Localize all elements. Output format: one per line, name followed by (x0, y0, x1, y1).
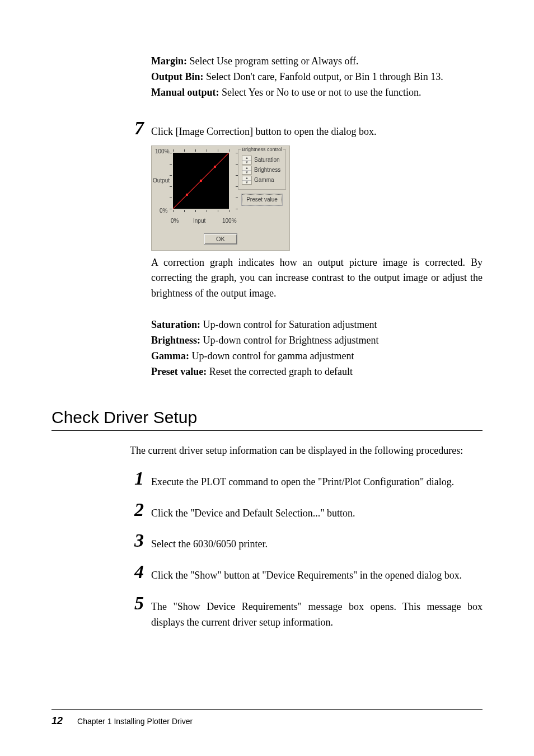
saturation-description: Saturation: Up-down control for Saturati… (151, 317, 483, 333)
x-axis-label: Input (193, 218, 205, 224)
svg-point-3 (214, 165, 216, 167)
section-heading-check-driver-setup: Check Driver Setup (51, 408, 483, 431)
step-7: 7 Click [Image Correction] button to ope… (134, 119, 483, 140)
margin-label: Margin: (151, 55, 187, 67)
graph-line-icon (173, 153, 229, 209)
x-axis-min-label: 0% (171, 218, 179, 224)
saturation-desc-text: Up-down control for Saturation adjustmen… (200, 319, 377, 330)
step-1-text: Execute the PLOT command to open the "Pr… (151, 469, 483, 490)
param-manual-output: Manual output: Select Yes or No to use o… (151, 85, 483, 101)
preset-description: Preset value: Reset the corrected graph … (151, 364, 483, 380)
brightness-spinner[interactable]: ▲▼ (242, 166, 252, 175)
brightness-control-group: Brightness control ▲▼ Saturation ▲▼ Brig… (236, 146, 289, 230)
output-bin-text: Select Don't care, Fanfold output, or Bi… (204, 71, 443, 82)
step-7-number: 7 (134, 119, 151, 138)
step-2-text: Click the "Device and Default Selection.… (151, 500, 483, 522)
brightness-control-legend: Brightness control (241, 147, 283, 152)
gamma-desc-label: Gamma: (151, 350, 189, 361)
gamma-label: Gamma (254, 177, 274, 183)
image-correction-dialog: 100% Output 0% 0% Input 100% (151, 145, 290, 251)
y-axis-max-label: 100% (155, 148, 170, 154)
brightness-label: Brightness (254, 167, 280, 173)
correction-graph[interactable]: 100% Output 0% 0% Input 100% (152, 146, 236, 230)
param-output-bin: Output Bin: Select Don't care, Fanfold o… (151, 69, 483, 85)
step-2: 2 Click the "Device and Default Selectio… (134, 500, 483, 522)
gamma-desc-text: Up-down control for gamma adjustment (189, 350, 354, 361)
page-number: 12 (51, 715, 63, 727)
step-3-text: Select the 6030/6050 printer. (151, 531, 483, 552)
chevron-down-icon[interactable]: ▼ (242, 161, 251, 165)
param-margin: Margin: Select Use program setting or Al… (151, 54, 483, 69)
step-5-number: 5 (134, 594, 151, 613)
step-7-text: Click [Image Correction] button to open … (151, 119, 483, 140)
brightness-desc-text: Up-down control for Brightness adjustmen… (200, 335, 378, 346)
chevron-down-icon[interactable]: ▼ (242, 171, 251, 175)
margin-text: Select Use program setting or Always off… (187, 55, 359, 67)
chevron-down-icon[interactable]: ▼ (242, 181, 251, 185)
saturation-spinner[interactable]: ▲▼ (242, 156, 252, 165)
page-footer: 12 Chapter 1 Installing Plotter Driver (51, 709, 483, 727)
gamma-control: ▲▼ Gamma (242, 176, 282, 185)
section-intro-text: The current driver setup information can… (130, 443, 483, 459)
saturation-control: ▲▼ Saturation (242, 156, 282, 165)
graph-plot-area[interactable] (173, 153, 229, 209)
correction-graph-description: A correction graph indicates how an outp… (151, 255, 483, 302)
y-axis-min-label: 0% (160, 208, 167, 214)
brightness-description: Brightness: Up-down control for Brightne… (151, 333, 483, 349)
manual-output-text: Select Yes or No to use or not to use th… (219, 87, 421, 98)
gamma-description: Gamma: Up-down control for gamma adjustm… (151, 349, 483, 364)
manual-output-label: Manual output: (151, 87, 219, 98)
step-5: 5 The "Show Device Requirements" message… (134, 594, 483, 631)
saturation-desc-label: Saturation: (151, 319, 200, 330)
step-3-number: 3 (134, 531, 151, 550)
svg-point-2 (200, 179, 202, 181)
preset-desc-text: Reset the corrected graph to default (207, 366, 353, 377)
output-bin-label: Output Bin: (151, 71, 204, 82)
brightness-control: ▲▼ Brightness (242, 166, 282, 175)
step-1: 1 Execute the PLOT command to open the "… (134, 469, 483, 490)
x-axis-max-label: 100% (222, 218, 237, 224)
preset-desc-label: Preset value: (151, 366, 207, 377)
gamma-spinner[interactable]: ▲▼ (242, 176, 252, 185)
saturation-label: Saturation (254, 157, 280, 163)
ok-button[interactable]: OK (204, 233, 237, 245)
step-3: 3 Select the 6030/6050 printer. (134, 531, 483, 552)
chevron-up-icon[interactable]: ▲ (242, 166, 251, 171)
chevron-up-icon[interactable]: ▲ (242, 156, 251, 161)
chapter-title: Chapter 1 Installing Plotter Driver (77, 717, 193, 726)
y-axis-label: Output (153, 177, 170, 184)
step-1-number: 1 (134, 469, 151, 488)
step-4-text: Click the "Show" button at "Device Requi… (151, 562, 483, 584)
preset-value-button[interactable]: Preset value (242, 194, 282, 205)
brightness-desc-label: Brightness: (151, 335, 200, 346)
step-4: 4 Click the "Show" button at "Device Req… (134, 562, 483, 584)
chevron-up-icon[interactable]: ▲ (242, 176, 251, 181)
step-2-number: 2 (134, 500, 151, 519)
step-4-number: 4 (134, 562, 151, 581)
step-5-text: The "Show Device Requirements" message b… (151, 594, 483, 631)
svg-point-1 (186, 193, 188, 195)
